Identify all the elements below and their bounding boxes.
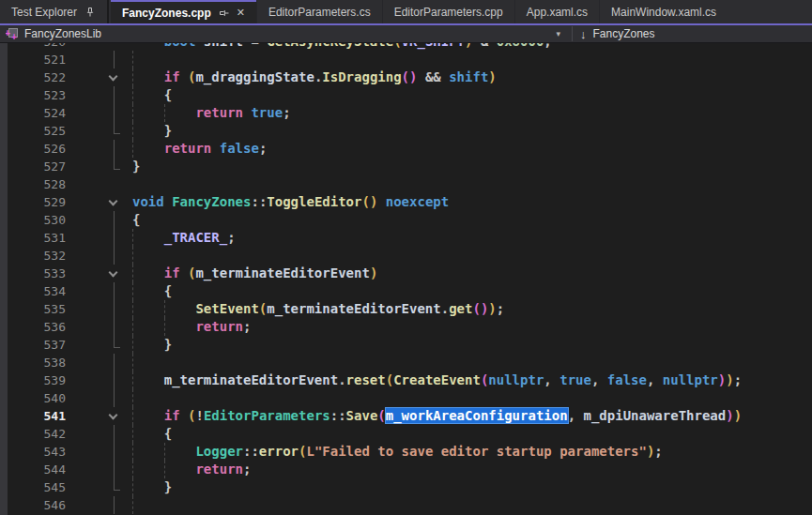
code-line-524[interactable]: 524return true; bbox=[0, 104, 812, 122]
line-number[interactable]: 532 bbox=[0, 247, 66, 265]
code-token: m_terminateEditorEvent bbox=[267, 301, 440, 316]
line-number[interactable]: 530 bbox=[0, 211, 66, 229]
code-line-539[interactable]: 539m_terminateEditorEvent.reset(CreateEv… bbox=[0, 371, 812, 389]
line-number[interactable]: 540 bbox=[0, 389, 66, 407]
line-number[interactable]: 534 bbox=[0, 282, 66, 300]
fold-gutter bbox=[66, 425, 132, 443]
code-line-528[interactable]: 528 bbox=[0, 175, 812, 193]
code-line-544[interactable]: 544return; bbox=[0, 461, 812, 478]
code-text[interactable] bbox=[132, 247, 812, 265]
type-dropdown[interactable]: ↓ FancyZones bbox=[573, 25, 812, 42]
chevron-down-icon[interactable]: ▾ bbox=[556, 29, 560, 38]
code-text[interactable]: } bbox=[132, 336, 812, 354]
code-line-525[interactable]: 525} bbox=[0, 122, 812, 140]
tab-bar: Test Explorer FancyZones.cpp ✕EditorPara… bbox=[0, 0, 812, 25]
code-line-529[interactable]: 529void FancyZones::ToggleEditor() noexc… bbox=[0, 193, 812, 211]
code-line-532[interactable]: 532 bbox=[0, 247, 812, 265]
code-text[interactable]: if (m_draggingState.IsDragging() && shif… bbox=[132, 68, 812, 86]
pin-icon[interactable] bbox=[219, 8, 230, 19]
line-number[interactable]: 544 bbox=[0, 461, 66, 478]
line-number[interactable]: 524 bbox=[0, 104, 66, 122]
line-number[interactable]: 536 bbox=[0, 318, 66, 336]
code-line-531[interactable]: 531_TRACER_; bbox=[0, 229, 812, 247]
code-line-520[interactable]: 520bool shift = GetAsyncKeyState(VK_SHIF… bbox=[0, 43, 812, 51]
code-line-540[interactable]: 540 bbox=[0, 389, 812, 407]
code-editor[interactable]: 520bool shift = GetAsyncKeyState(VK_SHIF… bbox=[0, 43, 812, 515]
fold-chevron-icon[interactable] bbox=[109, 411, 118, 420]
line-number[interactable]: 545 bbox=[0, 478, 66, 496]
line-number[interactable]: 533 bbox=[0, 265, 66, 282]
code-text[interactable]: if (m_terminateEditorEvent) bbox=[132, 265, 812, 282]
line-number[interactable]: 523 bbox=[0, 86, 66, 104]
line-number[interactable]: 526 bbox=[0, 140, 66, 158]
code-text[interactable]: _TRACER_; bbox=[132, 229, 812, 247]
code-line-542[interactable]: 542{ bbox=[0, 425, 812, 443]
code-line-521[interactable]: 521 bbox=[0, 51, 812, 68]
code-text[interactable] bbox=[132, 175, 812, 193]
line-number[interactable]: 527 bbox=[0, 158, 66, 175]
pin-icon[interactable] bbox=[84, 7, 96, 18]
indent-guide bbox=[132, 300, 133, 318]
line-number[interactable]: 537 bbox=[0, 336, 66, 354]
code-text[interactable] bbox=[132, 389, 812, 407]
code-line-527[interactable]: 527} bbox=[0, 158, 812, 175]
code-text[interactable]: { bbox=[132, 211, 812, 229]
code-line-545[interactable]: 545} bbox=[0, 478, 812, 496]
code-text[interactable]: } bbox=[132, 158, 812, 175]
line-number[interactable]: 546 bbox=[0, 496, 66, 514]
line-number[interactable]: 535 bbox=[0, 300, 66, 318]
line-number[interactable]: 543 bbox=[0, 443, 66, 461]
code-text[interactable] bbox=[132, 496, 812, 514]
code-text[interactable] bbox=[132, 51, 812, 68]
code-text[interactable] bbox=[132, 354, 812, 371]
code-line-526[interactable]: 526return false; bbox=[0, 140, 812, 158]
line-number[interactable]: 531 bbox=[0, 229, 66, 247]
code-line-541[interactable]: 541if (!EditorParameters::Save(m_workAre… bbox=[0, 407, 812, 425]
line-number[interactable]: 539 bbox=[0, 371, 66, 389]
code-line-535[interactable]: 535SetEvent(m_terminateEditorEvent.get()… bbox=[0, 300, 812, 318]
fold-chevron-icon[interactable] bbox=[109, 197, 118, 206]
code-text[interactable]: { bbox=[132, 86, 812, 104]
code-text[interactable]: if (!EditorParameters::Save(m_workAreaCo… bbox=[132, 407, 812, 425]
line-number[interactable]: 538 bbox=[0, 354, 66, 371]
tab-editorparameters-cpp[interactable]: EditorParameters.cpp bbox=[382, 0, 514, 23]
tab-app-xaml-cs[interactable]: App.xaml.cs bbox=[514, 0, 599, 23]
code-text[interactable]: SetEvent(m_terminateEditorEvent.get()); bbox=[132, 300, 812, 318]
line-number[interactable]: 542 bbox=[0, 425, 66, 443]
tab-editorparameters-cs[interactable]: EditorParameters.cs bbox=[256, 0, 382, 23]
code-line-543[interactable]: 543Logger::error(L"Failed to save editor… bbox=[0, 443, 812, 461]
fold-chevron-icon[interactable] bbox=[109, 268, 118, 278]
code-line-533[interactable]: 533if (m_terminateEditorEvent) bbox=[0, 265, 812, 282]
close-icon[interactable]: ✕ bbox=[237, 7, 245, 19]
code-line-522[interactable]: 522if (m_draggingState.IsDragging() && s… bbox=[0, 68, 812, 86]
line-number[interactable]: 521 bbox=[0, 51, 66, 68]
code-text[interactable]: { bbox=[132, 425, 812, 443]
code-line-536[interactable]: 536return; bbox=[0, 318, 812, 336]
code-line-530[interactable]: 530{ bbox=[0, 211, 812, 229]
line-number[interactable]: 528 bbox=[0, 175, 66, 193]
code-line-538[interactable]: 538 bbox=[0, 354, 812, 371]
code-text[interactable]: return; bbox=[132, 318, 812, 336]
code-text[interactable]: } bbox=[132, 122, 812, 140]
code-text[interactable]: return true; bbox=[132, 104, 812, 122]
fold-chevron-icon[interactable] bbox=[109, 72, 118, 82]
tab-mainwindow-xaml-cs[interactable]: MainWindow.xaml.cs bbox=[599, 0, 728, 23]
code-text[interactable]: return false; bbox=[132, 140, 812, 158]
code-text[interactable]: Logger::error(L"Failed to save editor st… bbox=[132, 443, 812, 461]
code-line-523[interactable]: 523{ bbox=[0, 86, 812, 104]
code-text[interactable]: } bbox=[132, 478, 812, 496]
code-text[interactable]: return; bbox=[132, 461, 812, 478]
code-line-546[interactable]: 546 bbox=[0, 496, 812, 514]
code-line-534[interactable]: 534{ bbox=[0, 282, 812, 300]
line-number[interactable]: 541 bbox=[0, 407, 66, 425]
line-number[interactable]: 529 bbox=[0, 193, 66, 211]
tab-fancyzones-cpp[interactable]: FancyZones.cpp ✕ bbox=[111, 0, 256, 23]
code-line-537[interactable]: 537} bbox=[0, 336, 812, 354]
project-dropdown[interactable]: + + FancyZonesLib ▾ bbox=[0, 25, 572, 42]
tab-test-explorer[interactable]: Test Explorer bbox=[0, 0, 109, 23]
code-text[interactable]: m_terminateEditorEvent.reset(CreateEvent… bbox=[132, 371, 812, 389]
code-text[interactable]: void FancyZones::ToggleEditor() noexcept bbox=[132, 193, 812, 211]
line-number[interactable]: 522 bbox=[0, 68, 66, 86]
code-text[interactable]: { bbox=[132, 282, 812, 300]
line-number[interactable]: 525 bbox=[0, 122, 66, 140]
